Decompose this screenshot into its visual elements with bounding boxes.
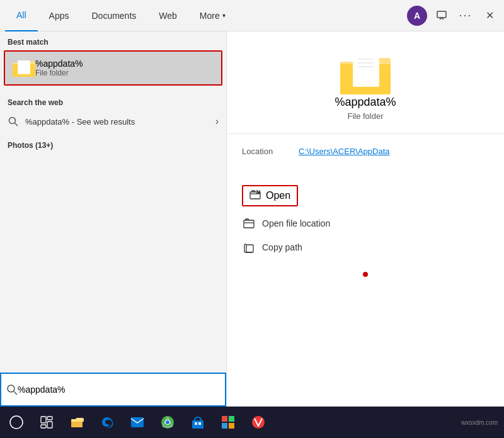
detail-subtitle: File folder bbox=[347, 111, 383, 121]
vivaldi-icon bbox=[251, 415, 265, 429]
close-icon: ✕ bbox=[486, 9, 494, 21]
svg-rect-22 bbox=[47, 417, 52, 420]
open-action-button[interactable]: Open bbox=[242, 185, 298, 206]
svg-rect-0 bbox=[437, 11, 446, 18]
best-match-label: Best match bbox=[0, 31, 226, 50]
search-icon bbox=[8, 116, 19, 127]
web-search-text: %appdata% - See web results bbox=[25, 117, 135, 126]
svg-rect-18 bbox=[244, 220, 254, 228]
more-options-button[interactable]: ··· bbox=[456, 6, 475, 25]
taskbar-explorer-button[interactable] bbox=[63, 408, 91, 436]
location-label: Location bbox=[242, 147, 299, 156]
tab-all[interactable]: All bbox=[5, 0, 38, 31]
nav-actions: A ··· ✕ bbox=[407, 6, 499, 26]
feedback-button[interactable] bbox=[432, 6, 451, 25]
svg-rect-26 bbox=[71, 422, 83, 427]
detail-body: Location C:\Users\ACER\AppData bbox=[227, 134, 504, 179]
svg-point-20 bbox=[10, 416, 23, 429]
copy-path-button[interactable]: Copy path bbox=[242, 235, 489, 259]
watermark: wxsxdm.com bbox=[461, 419, 501, 426]
best-match-title: %appdata% bbox=[35, 59, 83, 69]
close-button[interactable]: ✕ bbox=[480, 6, 499, 25]
svg-point-30 bbox=[166, 420, 169, 424]
svg-rect-32 bbox=[195, 422, 197, 425]
taskbar-mail-button[interactable] bbox=[123, 408, 151, 436]
svg-rect-23 bbox=[47, 422, 52, 428]
search-window: All Apps Documents Web More ▾ A bbox=[0, 0, 504, 438]
search-bar bbox=[0, 373, 226, 407]
red-dot-indicator bbox=[363, 272, 368, 277]
left-panel: Best match %appdata% File folder bbox=[0, 31, 227, 407]
web-search-label: Search the web bbox=[0, 92, 226, 111]
svg-line-9 bbox=[14, 391, 17, 395]
chrome-icon bbox=[161, 415, 175, 429]
svg-rect-31 bbox=[192, 420, 203, 429]
svg-rect-5 bbox=[19, 62, 29, 73]
svg-point-6 bbox=[9, 118, 16, 124]
tab-more[interactable]: More ▾ bbox=[188, 0, 237, 31]
folder-icon-small bbox=[13, 58, 35, 78]
svg-rect-33 bbox=[198, 422, 201, 425]
svg-point-8 bbox=[8, 385, 14, 392]
search-input[interactable] bbox=[18, 385, 220, 395]
open-file-location-label: Open file location bbox=[262, 218, 330, 228]
svg-point-38 bbox=[252, 416, 265, 429]
content-area: Best match %appdata% File folder bbox=[0, 31, 504, 407]
detail-folder-icon bbox=[340, 50, 391, 96]
ellipsis-icon: ··· bbox=[459, 9, 472, 22]
photos-label: Photos (13+) bbox=[0, 135, 226, 154]
copy-icon bbox=[242, 240, 256, 254]
best-match-info: %appdata% File folder bbox=[35, 59, 83, 77]
user-avatar[interactable]: A bbox=[407, 6, 427, 26]
web-search-arrow-icon: › bbox=[215, 116, 219, 127]
taskbar-task-view-button[interactable] bbox=[33, 408, 60, 436]
task-view-icon bbox=[40, 416, 53, 429]
tab-documents[interactable]: Documents bbox=[80, 0, 147, 31]
nav-tabs: All Apps Documents Web More ▾ bbox=[5, 0, 407, 31]
feedback-icon bbox=[436, 10, 447, 21]
tab-web[interactable]: Web bbox=[147, 0, 188, 31]
tiles-icon bbox=[221, 415, 235, 429]
taskbar: wxsxdm.com bbox=[0, 407, 504, 438]
open-location-icon bbox=[242, 216, 256, 230]
svg-rect-36 bbox=[222, 423, 227, 429]
edge-icon bbox=[100, 415, 114, 429]
nav-bar: All Apps Documents Web More ▾ A bbox=[0, 0, 504, 31]
web-search-item[interactable]: %appdata% - See web results › bbox=[0, 111, 226, 132]
search-glyph bbox=[8, 116, 18, 126]
svg-rect-35 bbox=[229, 416, 234, 422]
taskbar-cortana-button[interactable] bbox=[3, 408, 30, 436]
svg-rect-21 bbox=[41, 417, 46, 423]
svg-rect-24 bbox=[41, 425, 46, 428]
mail-icon bbox=[130, 417, 144, 428]
detail-header: %appdata% File folder bbox=[227, 31, 504, 134]
open-label: Open bbox=[266, 190, 290, 201]
svg-rect-34 bbox=[222, 416, 227, 422]
explorer-icon bbox=[70, 415, 84, 429]
best-match-subtitle: File folder bbox=[35, 69, 83, 77]
search-bar-icon bbox=[6, 384, 18, 395]
taskbar-tiles-button[interactable] bbox=[214, 408, 242, 436]
web-search-section: Search the web %appdata% - See web resul… bbox=[0, 92, 226, 132]
location-value[interactable]: C:\Users\ACER\AppData bbox=[299, 147, 390, 156]
taskbar-chrome-button[interactable] bbox=[154, 408, 181, 436]
store-icon bbox=[191, 415, 205, 429]
svg-line-7 bbox=[15, 123, 18, 126]
svg-rect-27 bbox=[131, 417, 144, 427]
taskbar-store-button[interactable] bbox=[184, 408, 212, 436]
right-panel: %appdata% File folder Location C:\Users\… bbox=[227, 31, 504, 407]
open-folder-icon bbox=[249, 189, 261, 203]
photos-section: Photos (13+) bbox=[0, 135, 226, 154]
open-file-location-button[interactable]: Open file location bbox=[242, 211, 489, 235]
detail-title: %appdata% bbox=[335, 96, 396, 109]
svg-rect-19 bbox=[246, 245, 253, 252]
taskbar-edge-button[interactable] bbox=[93, 408, 121, 436]
copy-path-label: Copy path bbox=[262, 242, 302, 252]
more-dropdown-icon: ▾ bbox=[222, 12, 226, 19]
detail-actions: Open Open file location bbox=[227, 179, 504, 296]
best-match-item[interactable]: %appdata% File folder bbox=[4, 50, 222, 86]
tab-apps[interactable]: Apps bbox=[38, 0, 81, 31]
location-row: Location C:\Users\ACER\AppData bbox=[242, 147, 489, 156]
svg-rect-13 bbox=[355, 53, 377, 83]
taskbar-vivaldi-button[interactable] bbox=[244, 408, 272, 436]
